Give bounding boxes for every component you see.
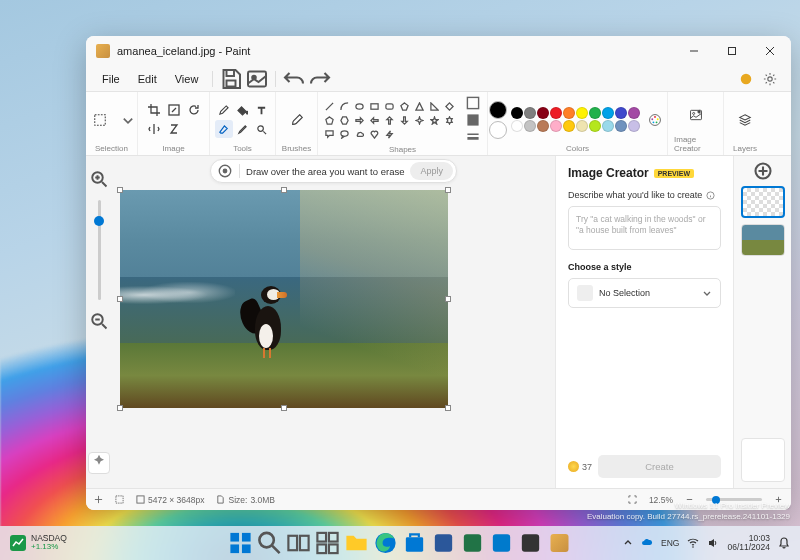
edit-colors[interactable] xyxy=(644,109,666,131)
shape-width[interactable] xyxy=(463,129,483,145)
shape-star4[interactable] xyxy=(413,114,427,127)
layer-thumb-1[interactable] xyxy=(741,186,785,218)
shape-diamond[interactable] xyxy=(443,100,457,113)
shape-polygon[interactable] xyxy=(398,100,412,113)
color-swatch[interactable] xyxy=(628,120,640,132)
shape-callout-cloud[interactable] xyxy=(353,128,367,141)
selection-handle[interactable] xyxy=(281,405,287,411)
menu-edit[interactable]: Edit xyxy=(130,70,165,88)
shape-heart[interactable] xyxy=(368,128,382,141)
color-swatch[interactable] xyxy=(537,120,549,132)
selection-handle[interactable] xyxy=(281,187,287,193)
color-secondary[interactable] xyxy=(489,121,507,139)
resize-tool[interactable] xyxy=(164,101,183,119)
picker-tool[interactable] xyxy=(234,120,252,138)
flip-tool[interactable] xyxy=(144,120,163,138)
redo-icon[interactable] xyxy=(308,67,332,91)
search-button[interactable] xyxy=(257,530,283,556)
selection-handle[interactable] xyxy=(445,405,451,411)
ai-assist-icon[interactable] xyxy=(88,452,110,474)
selection-handle[interactable] xyxy=(117,405,123,411)
shape-hexagon[interactable] xyxy=(338,114,352,127)
shape-roundrect[interactable] xyxy=(383,100,397,113)
fill-tool[interactable] xyxy=(234,101,252,119)
close-button[interactable] xyxy=(751,36,789,66)
selection-dropdown[interactable] xyxy=(118,112,138,128)
prompt-textarea[interactable]: Try "a cat walking in the woods" or "a h… xyxy=(568,206,721,250)
shape-triangle[interactable] xyxy=(413,100,427,113)
color-swatch[interactable] xyxy=(511,107,523,119)
app-button-3[interactable] xyxy=(518,530,544,556)
app-button-2[interactable] xyxy=(460,530,486,556)
widgets-button[interactable] xyxy=(315,530,341,556)
import-icon[interactable] xyxy=(245,67,269,91)
vscode-button[interactable] xyxy=(489,530,515,556)
shape-outline[interactable] xyxy=(463,95,483,111)
canvas[interactable] xyxy=(120,190,448,408)
shape-curve[interactable] xyxy=(338,100,352,113)
save-icon[interactable] xyxy=(219,67,243,91)
stock-widget[interactable]: NASDAQ +1.13% xyxy=(10,534,67,552)
color-swatch[interactable] xyxy=(602,120,614,132)
shape-arrowl[interactable] xyxy=(368,114,382,127)
rotate-tool[interactable] xyxy=(184,101,203,119)
shape-fill[interactable] xyxy=(463,112,483,128)
create-button[interactable]: Create xyxy=(598,455,721,478)
text-tool[interactable] xyxy=(253,101,271,119)
crop-tool[interactable] xyxy=(144,101,163,119)
shape-oval[interactable] xyxy=(353,100,367,113)
layer-thumb-2[interactable] xyxy=(741,224,785,256)
onedrive-icon[interactable] xyxy=(641,537,653,549)
color-swatch[interactable] xyxy=(576,120,588,132)
color-swatch[interactable] xyxy=(589,120,601,132)
pencil-tool[interactable] xyxy=(215,101,233,119)
color-swatch[interactable] xyxy=(550,107,562,119)
color-primary[interactable] xyxy=(489,101,507,119)
color-swatch[interactable] xyxy=(537,107,549,119)
language-indicator[interactable]: ENG xyxy=(661,538,679,548)
shape-star5[interactable] xyxy=(428,114,442,127)
selection-tool[interactable] xyxy=(86,101,115,139)
zoom-out-icon[interactable] xyxy=(90,312,108,330)
settings-icon[interactable] xyxy=(763,72,777,86)
color-swatch[interactable] xyxy=(615,107,627,119)
eraser-tool[interactable] xyxy=(215,120,233,138)
shape-rect[interactable] xyxy=(368,100,382,113)
minimize-button[interactable] xyxy=(675,36,713,66)
wifi-icon[interactable] xyxy=(687,537,699,549)
shape-pentagon[interactable] xyxy=(323,114,337,127)
shape-callout-oval[interactable] xyxy=(338,128,352,141)
explorer-button[interactable] xyxy=(344,530,370,556)
selection-handle[interactable] xyxy=(117,187,123,193)
shape-line[interactable] xyxy=(323,100,337,113)
layer-preview[interactable] xyxy=(741,438,785,482)
start-button[interactable] xyxy=(228,530,254,556)
notifications-icon[interactable] xyxy=(778,537,790,549)
app-button-1[interactable] xyxy=(431,530,457,556)
info-icon[interactable] xyxy=(706,191,715,200)
shape-arrowu[interactable] xyxy=(383,114,397,127)
shape-callout-rect[interactable] xyxy=(323,128,337,141)
apply-button[interactable]: Apply xyxy=(410,162,453,180)
color-swatch[interactable] xyxy=(524,107,536,119)
zoom-in-icon[interactable] xyxy=(90,170,108,188)
shape-star6[interactable] xyxy=(443,114,457,127)
selection-handle[interactable] xyxy=(117,296,123,302)
color-swatch[interactable] xyxy=(602,107,614,119)
color-swatch[interactable] xyxy=(576,107,588,119)
color-swatch[interactable] xyxy=(615,120,627,132)
shape-rtriangle[interactable] xyxy=(428,100,442,113)
autosave-icon[interactable] xyxy=(739,72,753,86)
volume-icon[interactable] xyxy=(707,537,719,549)
magnify-tool[interactable] xyxy=(253,120,271,138)
image-creator-button[interactable] xyxy=(681,96,711,134)
style-select[interactable]: No Selection xyxy=(568,278,721,308)
clock-date[interactable]: 06/11/2024 xyxy=(727,543,770,552)
color-swatch[interactable] xyxy=(524,120,536,132)
invert-tool[interactable] xyxy=(164,120,183,138)
color-swatch[interactable] xyxy=(550,120,562,132)
shape-arrowr[interactable] xyxy=(353,114,367,127)
paint-taskbar-button[interactable] xyxy=(547,530,573,556)
shape-lightning[interactable] xyxy=(383,128,397,141)
color-swatch[interactable] xyxy=(563,120,575,132)
